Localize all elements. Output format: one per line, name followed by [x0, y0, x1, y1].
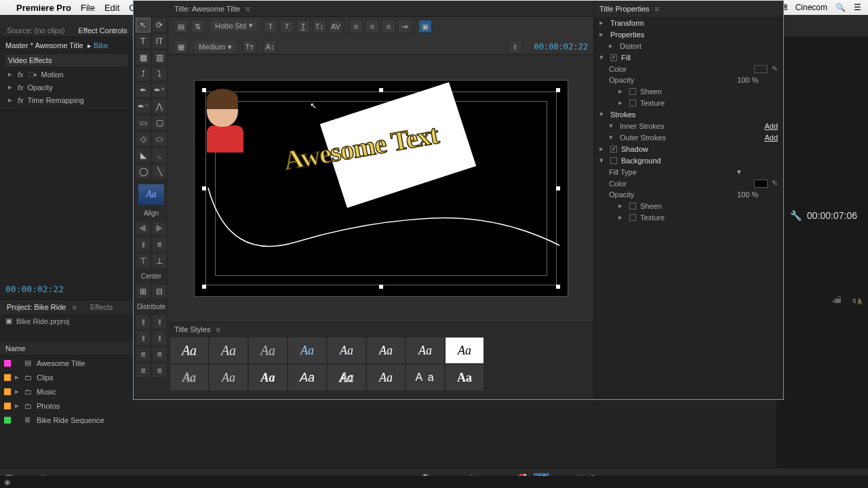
- tab-source[interactable]: Source: (no clips): [0, 24, 72, 37]
- font-family-select[interactable]: Hobo Std ▾: [211, 20, 257, 31]
- vertical-area-type-tool[interactable]: ▥: [153, 51, 166, 64]
- size-btn[interactable]: T↕: [313, 20, 326, 33]
- style-swatch[interactable]: Aa: [367, 338, 405, 363]
- type-tool[interactable]: T: [136, 35, 150, 48]
- align-right[interactable]: ⫸: [153, 222, 166, 235]
- prop-inner-strokes[interactable]: ▾Inner StrokesAdd: [594, 120, 783, 131]
- ellipse-tool[interactable]: ◯: [136, 165, 150, 178]
- pen-tool[interactable]: ✒: [136, 83, 150, 97]
- align-vcenter[interactable]: ≡: [153, 238, 166, 251]
- align-bottom[interactable]: ⊥: [153, 254, 166, 268]
- menu-edit[interactable]: Edit: [104, 3, 119, 13]
- leading-btn[interactable]: A↕: [263, 40, 277, 54]
- prop-fill-sheen[interactable]: ▸Sheen: [594, 85, 783, 97]
- style-swatch[interactable]: Aa: [446, 365, 484, 390]
- title-properties-label[interactable]: Title Properties: [599, 5, 650, 13]
- kerning-btn[interactable]: AV: [329, 20, 342, 33]
- bin-photos[interactable]: ▸🗀Photos: [0, 399, 133, 413]
- eyedropper-icon[interactable]: ✎: [772, 179, 778, 188]
- fx-motion[interactable]: ▸fx⬚▸Motion: [5, 68, 127, 81]
- center-vertical[interactable]: ⊟: [153, 285, 166, 298]
- title-styles-label[interactable]: Title Styles: [174, 325, 210, 333]
- style-swatch[interactable]: Aa: [328, 365, 366, 390]
- distribute-v1[interactable]: ≡: [136, 348, 150, 361]
- style-swatch[interactable]: Aa: [288, 365, 326, 390]
- style-swatch[interactable]: A a: [406, 365, 444, 390]
- style-swatch[interactable]: Aa: [249, 365, 287, 390]
- templates-btn[interactable]: ▦: [174, 40, 188, 54]
- align-left[interactable]: ⫷: [136, 222, 150, 235]
- spotlight-icon[interactable]: 🔍: [835, 3, 846, 12]
- program-timecode[interactable]: 00:00:07:06: [807, 210, 857, 221]
- add-anchor-tool[interactable]: ✒⁺: [153, 83, 166, 97]
- prop-strokes[interactable]: ▾Strokes: [594, 108, 783, 120]
- menu-list-icon[interactable]: ☰: [854, 3, 861, 12]
- center-horizontal[interactable]: ⊞: [136, 285, 150, 298]
- add-inner-stroke[interactable]: Add: [764, 122, 778, 130]
- prop-transform[interactable]: ▸Transform: [594, 17, 783, 28]
- selection-tool[interactable]: ↖: [136, 18, 150, 32]
- underline-btn[interactable]: T: [296, 20, 310, 33]
- new-title-based-icon[interactable]: ▤: [174, 20, 188, 33]
- tab-stops-btn[interactable]: ⇥: [398, 20, 412, 33]
- title-timecode[interactable]: 00:00:02:22: [534, 42, 588, 52]
- distribute-h4[interactable]: ⦀: [153, 331, 166, 345]
- prop-background[interactable]: ▾Background: [594, 155, 783, 166]
- prop-bg-texture[interactable]: ▸Texture: [594, 211, 783, 223]
- distribute-h1[interactable]: ⦀: [136, 315, 150, 329]
- bin-clips[interactable]: ▸🗀Clips: [0, 370, 133, 384]
- style-swatch[interactable]: Aa: [406, 338, 444, 363]
- arc-tool[interactable]: ◟: [153, 148, 166, 162]
- prop-fill-texture[interactable]: ▸Texture: [594, 97, 783, 108]
- regular-style-btn[interactable]: T: [264, 20, 277, 33]
- area-type-tool[interactable]: ▦: [136, 51, 150, 64]
- style-swatch[interactable]: Aa: [288, 338, 326, 363]
- style-swatch[interactable]: Aa: [446, 338, 484, 363]
- convert-anchor-tool[interactable]: ⋀: [153, 100, 166, 113]
- tab-project[interactable]: Project: Bike Ride ≡: [0, 300, 83, 314]
- distribute-h3[interactable]: ⦀: [136, 331, 150, 345]
- fill-checkbox[interactable]: ✓: [610, 54, 617, 61]
- vertical-path-type-tool[interactable]: ⤵: [153, 67, 166, 81]
- current-style-thumb[interactable]: Aa: [138, 184, 164, 205]
- style-swatch[interactable]: Aa: [328, 338, 366, 363]
- prop-fill[interactable]: ▾✓Fill: [594, 52, 783, 63]
- delete-anchor-tool[interactable]: ✒⁻: [136, 100, 150, 113]
- prop-bg-sheen[interactable]: ▸Sheen: [594, 200, 783, 211]
- wedge-tool[interactable]: ◣: [136, 148, 150, 162]
- bin-music[interactable]: ▸🗀Music: [0, 384, 133, 399]
- clipped-rect-tool[interactable]: ◇: [136, 132, 150, 146]
- title-canvas[interactable]: Awesome Text ↖: [194, 80, 568, 297]
- prop-distort[interactable]: ▸Distort: [594, 40, 783, 52]
- distribute-v4[interactable]: ≡: [153, 364, 166, 378]
- line-tool[interactable]: ╲: [153, 165, 166, 178]
- distribute-text-btn[interactable]: ⦀: [509, 40, 522, 54]
- bin-awesome-title[interactable]: ▤Awesome Title: [0, 356, 133, 370]
- fx-time-remapping[interactable]: ▸fxTime Remapping: [5, 94, 127, 106]
- selection-handles[interactable]: [204, 90, 558, 287]
- rectangle-tool[interactable]: ▭: [136, 116, 150, 129]
- align-center-text[interactable]: ≡: [366, 20, 379, 33]
- shadow-checkbox[interactable]: ✓: [610, 146, 617, 152]
- rounded-rect-tool[interactable]: ▢: [153, 116, 166, 129]
- bin-sequence[interactable]: ≣Bike Ride Sequence: [0, 413, 133, 427]
- distribute-v3[interactable]: ≡: [136, 364, 150, 378]
- prop-outer-strokes[interactable]: ▾Outer StrokesAdd: [594, 131, 783, 143]
- style-swatch[interactable]: Aa: [210, 365, 248, 390]
- bold-style-btn[interactable]: T: [280, 20, 294, 33]
- show-video-btn[interactable]: ▣: [418, 20, 432, 33]
- vertical-type-tool[interactable]: IT: [153, 35, 166, 48]
- style-swatch[interactable]: Aa: [170, 338, 208, 363]
- wrench-icon[interactable]: 🔧: [790, 210, 802, 221]
- align-hcenter[interactable]: ⦀: [136, 238, 150, 251]
- small-caps-btn[interactable]: Tᴛ: [243, 40, 256, 54]
- style-swatch[interactable]: Aa: [249, 338, 287, 363]
- rotate-tool[interactable]: ⟳: [153, 18, 166, 32]
- add-outer-stroke[interactable]: Add: [764, 134, 778, 142]
- name-column-header[interactable]: Name: [0, 342, 133, 356]
- style-swatch[interactable]: Aa: [367, 365, 405, 390]
- bg-color-swatch[interactable]: [754, 180, 768, 188]
- prop-properties[interactable]: ▸Properties: [594, 28, 783, 40]
- font-weight-select[interactable]: Medium ▾: [195, 41, 236, 53]
- eyedropper-icon[interactable]: ✎: [772, 64, 778, 73]
